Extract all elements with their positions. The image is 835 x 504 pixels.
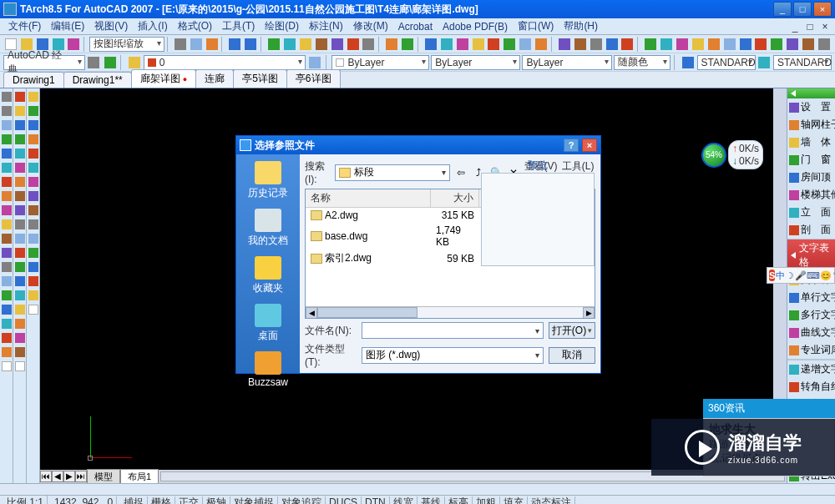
linetype-combo[interactable]: ByLayer: [431, 55, 520, 70]
rotate-icon[interactable]: [13, 175, 27, 189]
tb-calc-icon[interactable]: [361, 37, 376, 52]
e11-icon[interactable]: [27, 232, 40, 245]
tb-c5-icon[interactable]: [706, 37, 721, 52]
sheet-layout1[interactable]: 布局1: [120, 469, 159, 484]
m19-icon[interactable]: [13, 345, 27, 359]
panel-item[interactable]: 剖 面: [787, 221, 835, 239]
child-close-button[interactable]: ×: [818, 21, 832, 33]
ime-zh[interactable]: 中: [776, 270, 785, 281]
status-toggle[interactable]: 加粗: [473, 496, 500, 505]
panel-item[interactable]: 房间顶: [787, 169, 835, 186]
e16-icon[interactable]: [27, 303, 40, 316]
tb-a4-icon[interactable]: [471, 37, 486, 52]
e5-icon[interactable]: [27, 147, 40, 160]
col-size[interactable]: 大小: [431, 189, 479, 207]
copy2-icon[interactable]: [13, 104, 27, 118]
tb-layer-icon[interactable]: [127, 55, 141, 70]
ellipsearc-icon[interactable]: [0, 232, 13, 245]
e13-icon[interactable]: [27, 260, 40, 274]
scale-icon[interactable]: [13, 189, 27, 203]
sidebar-place[interactable]: 收藏夹: [243, 255, 293, 297]
tb-a6-icon[interactable]: [502, 37, 517, 52]
panel-item[interactable]: 轴网柱子: [787, 116, 835, 134]
tb-a1-icon[interactable]: [423, 37, 438, 52]
open-button[interactable]: 打开(O)▾: [549, 322, 595, 339]
explode-icon[interactable]: [13, 303, 27, 316]
table-icon[interactable]: [0, 331, 13, 345]
tb-c3-icon[interactable]: [675, 37, 690, 52]
e14-icon[interactable]: [27, 275, 40, 288]
point-icon[interactable]: [0, 275, 13, 288]
status-toggle[interactable]: 标高: [445, 496, 473, 505]
status-toggle[interactable]: 正交: [175, 496, 203, 505]
panel-item[interactable]: 转角自纠: [787, 378, 835, 396]
panel-item[interactable]: 曲线文字: [787, 324, 835, 341]
status-toggle[interactable]: DUCS: [326, 496, 362, 505]
tb-layerstate-icon[interactable]: [307, 55, 321, 70]
tb-b5-icon[interactable]: [620, 37, 635, 52]
status-toggle[interactable]: 动态标注: [528, 496, 575, 505]
menu-acrobat[interactable]: Acrobat: [393, 19, 438, 34]
tb-c9-icon[interactable]: [769, 37, 784, 52]
maximize-button[interactable]: □: [793, 2, 812, 17]
menu-draw[interactable]: 绘图(D): [260, 18, 304, 35]
fillet-icon[interactable]: [13, 289, 27, 302]
tb-c10-icon[interactable]: [785, 37, 800, 52]
spline-icon[interactable]: [0, 204, 13, 217]
menu-modify[interactable]: 修改(M): [348, 18, 393, 35]
cancel-button[interactable]: 取消: [549, 347, 595, 364]
m17-icon[interactable]: [13, 317, 27, 330]
tb-redo-icon[interactable]: [243, 37, 258, 52]
layer-combo[interactable]: 0: [144, 55, 306, 70]
tb-hatch-icon[interactable]: [314, 37, 329, 52]
e12-icon[interactable]: [27, 246, 40, 260]
menu-edit[interactable]: 编辑(E): [46, 18, 89, 35]
child-minimize-button[interactable]: _: [788, 21, 802, 33]
extra1-icon[interactable]: [0, 360, 13, 373]
region-icon[interactable]: [0, 317, 13, 330]
ime-kbd-icon[interactable]: ⌨: [807, 270, 819, 281]
doctab-ting5[interactable]: 亭5详图: [233, 69, 287, 88]
tb-paste-icon[interactable]: [205, 37, 220, 52]
sheet-prev-icon[interactable]: ◀: [52, 471, 63, 482]
status-toggle[interactable]: 极轴: [203, 496, 230, 505]
status-toggle[interactable]: 基线: [418, 496, 445, 505]
close-button[interactable]: ×: [813, 2, 832, 17]
layer-scale-combo[interactable]: 按图纸缩放: [89, 37, 164, 52]
doctab-drawing1b[interactable]: Drawing1**: [63, 72, 132, 88]
stretch-icon[interactable]: [13, 204, 27, 217]
e4-icon[interactable]: [27, 133, 40, 146]
ime-moon-icon[interactable]: ☽: [786, 270, 794, 281]
sheet-model[interactable]: 模型: [87, 469, 120, 484]
tb-c7-icon[interactable]: [738, 37, 753, 52]
dialog-help-button[interactable]: ?: [564, 139, 579, 152]
news-title[interactable]: 360资讯: [703, 399, 835, 418]
e7-icon[interactable]: [27, 175, 40, 189]
tb-b1-icon[interactable]: [557, 37, 572, 52]
extend-icon[interactable]: [13, 232, 27, 245]
ime-logo-icon[interactable]: S: [769, 270, 775, 281]
doctab-ting6[interactable]: 亭6详图: [286, 69, 341, 88]
status-toggle[interactable]: DTN: [362, 496, 390, 505]
panel-head-1[interactable]: [787, 88, 835, 98]
mtext-icon[interactable]: [0, 345, 13, 359]
m18-icon[interactable]: [13, 331, 27, 345]
sidebar-place[interactable]: 桌面: [243, 302, 293, 345]
tb-a8-icon[interactable]: [534, 37, 549, 52]
doctab-lianlan[interactable]: 连廊: [195, 69, 234, 88]
offset-icon[interactable]: [13, 133, 27, 146]
tb-c6-icon[interactable]: [722, 37, 737, 52]
tb-c2-icon[interactable]: [659, 37, 674, 52]
e8-icon[interactable]: [27, 189, 40, 203]
e2-icon[interactable]: [27, 104, 40, 118]
tb-dimstyle-icon[interactable]: [757, 55, 772, 70]
filetype-combo[interactable]: 图形 (*.dwg)▾: [362, 347, 544, 364]
arc-icon[interactable]: [0, 161, 13, 174]
panel-item[interactable]: 单行文字: [787, 289, 835, 306]
insert-icon[interactable]: [0, 246, 13, 260]
tb-a3-icon[interactable]: [455, 37, 470, 52]
scroll-thumb[interactable]: [317, 307, 418, 318]
status-toggle[interactable]: 捕捉: [120, 496, 148, 505]
tb-match-icon[interactable]: [266, 37, 281, 52]
line-icon[interactable]: [0, 90, 13, 103]
